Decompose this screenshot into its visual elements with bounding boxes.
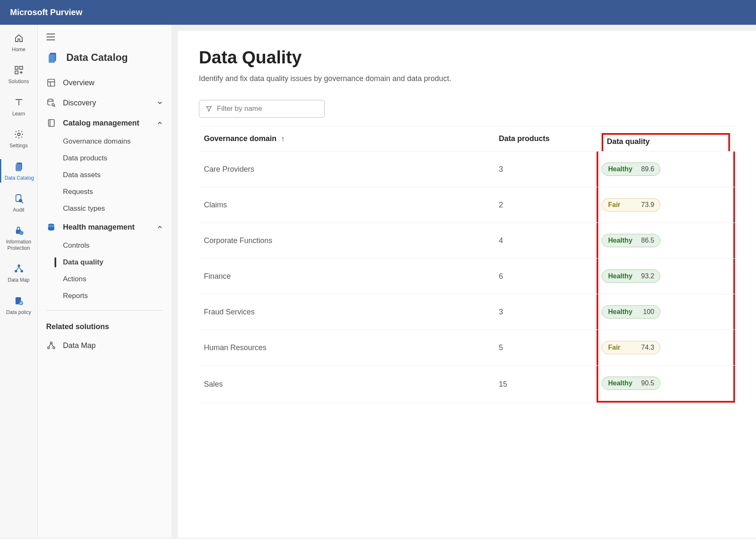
col-header-quality[interactable]: Data quality (601, 126, 735, 152)
quality-pill: Healthy100 (602, 305, 660, 319)
cell-domain: Finance (199, 259, 494, 294)
nav-sub-controls[interactable]: Controls (38, 237, 172, 254)
rail-info-protection[interactable]: Information Protection (0, 223, 37, 253)
nav-sub-data-products[interactable]: Data products (38, 150, 172, 167)
table-row[interactable]: Corporate Functions4Healthy86.5 (199, 223, 735, 259)
cell-domain: Fraud Services (199, 294, 494, 330)
nav-sub-classic-types[interactable]: Classic types (38, 200, 172, 217)
cell-quality: Healthy100 (601, 294, 735, 330)
filter-icon (205, 105, 213, 113)
quality-status: Healthy (608, 379, 632, 387)
svg-rect-20 (49, 120, 55, 127)
grid-icon (13, 64, 25, 76)
cell-products: 3 (494, 152, 601, 187)
nav-sub-actions[interactable]: Actions (38, 271, 172, 288)
catalog-icon (46, 51, 60, 64)
svg-point-11 (15, 270, 17, 272)
nav-sub-data-quality[interactable]: Data quality (38, 254, 172, 271)
rail-label: Data Catalog (5, 175, 34, 181)
cell-quality: Healthy90.5 (601, 366, 735, 403)
lock-shield-icon (13, 225, 25, 236)
filter-input[interactable] (217, 105, 318, 113)
svg-rect-16 (49, 55, 55, 63)
col-header-products[interactable]: Data products (494, 126, 601, 152)
rail-solutions[interactable]: Solutions (0, 63, 37, 86)
col-header-domain[interactable]: Governance domain ↑ (199, 126, 494, 152)
table-row[interactable]: Fraud Services3Healthy100 (199, 294, 735, 330)
related-solutions-title: Related solutions (38, 317, 172, 335)
sort-up-icon: ↑ (281, 135, 284, 142)
table-row[interactable]: Claims2Fair73.9 (199, 187, 735, 223)
home-icon (13, 32, 25, 44)
quality-status: Fair (608, 344, 620, 351)
rail-learn[interactable]: Learn (0, 95, 37, 118)
svg-rect-2 (15, 71, 18, 74)
rail-label: Data policy (6, 309, 31, 315)
table-row[interactable]: Care Providers3Healthy89.6 (199, 152, 735, 187)
cell-domain: Claims (199, 187, 494, 223)
rail-label: Solutions (8, 78, 29, 84)
quality-pill: Healthy89.6 (602, 162, 660, 176)
nav-label: Health management (63, 223, 135, 232)
catalog-icon (13, 161, 25, 173)
quality-pill: Fair74.3 (602, 341, 660, 354)
nav-label: Data Map (63, 341, 96, 350)
cell-products: 6 (494, 259, 601, 294)
table-row[interactable]: Sales15Healthy90.5 (199, 366, 735, 403)
nav-sub-reports[interactable]: Reports (38, 288, 172, 304)
app-title: Microsoft Purview (10, 8, 82, 17)
domain-table: Governance domain ↑ Data products Data q… (199, 126, 735, 403)
filter-box[interactable] (199, 100, 325, 118)
quality-score: 74.3 (641, 344, 654, 351)
cell-domain: Sales (199, 366, 494, 403)
notebook-icon (46, 118, 56, 128)
svg-point-19 (52, 104, 54, 106)
hamburger-button[interactable] (46, 33, 172, 41)
svg-rect-5 (16, 164, 21, 171)
nodes-icon (46, 340, 56, 351)
rail-audit[interactable]: Audit (0, 191, 37, 215)
cell-domain: Care Providers (199, 152, 494, 187)
cell-products: 2 (494, 187, 601, 223)
rail-label: Information Protection (0, 239, 37, 251)
side-panel: Data Catalog Overview Discovery Catalog … (38, 25, 172, 538)
quality-status: Healthy (608, 308, 632, 316)
quality-status: Healthy (608, 165, 632, 173)
nav-catalog-management[interactable]: Catalog management (38, 113, 172, 133)
rail-data-catalog[interactable]: Data Catalog (0, 159, 37, 183)
nav-related-data-map[interactable]: Data Map (38, 335, 172, 356)
quality-pill: Healthy93.2 (602, 270, 660, 283)
nav-label: Catalog management (63, 119, 139, 128)
svg-rect-1 (20, 66, 23, 69)
rail-label: Settings (10, 143, 28, 149)
svg-point-9 (19, 231, 23, 235)
nav-sub-requests[interactable]: Requests (38, 183, 172, 200)
nav-label: Overview (63, 78, 94, 87)
svg-rect-17 (48, 79, 55, 86)
chevron-up-icon (156, 120, 163, 126)
cell-domain: Corporate Functions (199, 223, 494, 259)
col-header-quality-label: Data quality (607, 137, 649, 146)
nav-sub-data-assets[interactable]: Data assets (38, 167, 172, 183)
rail-data-map[interactable]: Data Map (0, 261, 37, 285)
rail-label: Home (12, 47, 25, 52)
cell-quality: Fair73.9 (601, 187, 735, 223)
gear-icon (13, 128, 25, 140)
nav-health-management[interactable]: Health management (38, 217, 172, 237)
cell-domain: Human Resources (199, 330, 494, 366)
quality-score: 100 (643, 308, 654, 316)
quality-status: Healthy (608, 272, 632, 280)
table-row[interactable]: Finance6Healthy93.2 (199, 259, 735, 294)
cell-quality: Healthy89.6 (601, 152, 735, 187)
rail-settings[interactable]: Settings (0, 127, 37, 150)
nav-sub-governance-domains[interactable]: Governance domains (38, 133, 172, 150)
table-row[interactable]: Human Resources5Fair74.3 (199, 330, 735, 366)
search-doc-icon (13, 193, 25, 204)
page-title: Data Quality (199, 47, 735, 68)
cell-quality: Healthy86.5 (601, 223, 735, 259)
rail-data-policy[interactable]: Data policy (0, 293, 37, 317)
svg-point-3 (18, 133, 20, 136)
nav-discovery[interactable]: Discovery (38, 93, 172, 113)
nav-overview[interactable]: Overview (38, 73, 172, 93)
rail-home[interactable]: Home (0, 31, 37, 54)
